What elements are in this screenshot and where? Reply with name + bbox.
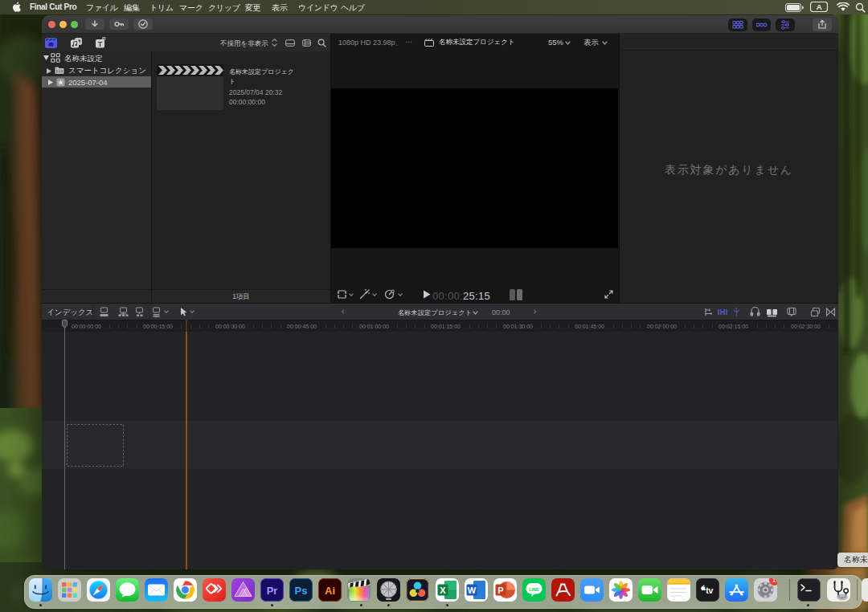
- svg-text:A: A: [817, 2, 822, 11]
- svg-text:LINE: LINE: [529, 587, 539, 592]
- svg-text:Ai: Ai: [325, 585, 335, 597]
- svg-text:Pr: Pr: [266, 585, 277, 597]
- svg-text:W: W: [467, 585, 476, 595]
- svg-text:P: P: [497, 585, 503, 595]
- svg-text:T: T: [98, 40, 103, 48]
- svg-text:X: X: [440, 585, 446, 595]
- svg-text:Ps: Ps: [294, 585, 307, 597]
- svg-text:tv: tv: [706, 585, 713, 595]
